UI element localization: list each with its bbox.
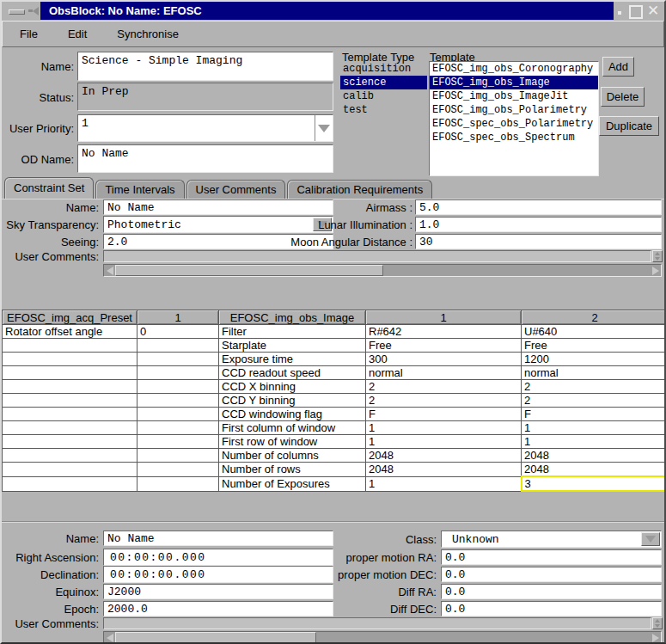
scroll-left-icon[interactable] [104, 265, 115, 276]
table-cell[interactable] [3, 353, 137, 366]
scroll-thumb[interactable] [115, 632, 316, 643]
tab-user-comments[interactable]: User Comments [186, 180, 286, 199]
scroll-left-icon[interactable] [104, 632, 115, 643]
window-pin-icon[interactable] [28, 7, 39, 15]
table-cell[interactable] [137, 408, 219, 421]
ob-priority-combo[interactable]: 1 [77, 114, 333, 142]
table-cell[interactable]: 2 [366, 394, 522, 408]
table-cell[interactable] [3, 380, 137, 394]
template-list[interactable]: EFOSC_img_obs_CoronographyEFOSC_img_obs_… [429, 61, 599, 176]
ob-name-input[interactable]: Science - Simple Imaging [77, 52, 333, 81]
template-item-efosc-spec-obs-polarimetry[interactable]: EFOSC_spec_obs_Polarimetry [430, 117, 598, 131]
table-cell[interactable]: Free [366, 339, 522, 353]
table-cell[interactable]: CCD Y binning [219, 394, 366, 408]
target-diff-ra-input[interactable]: 0.0 [441, 584, 662, 599]
table-cell[interactable]: Starplate [219, 339, 366, 353]
table-cell[interactable] [3, 421, 137, 435]
table-cell[interactable] [137, 449, 219, 463]
template-type-item-acquisition[interactable]: acquisition [340, 62, 427, 76]
add-button[interactable]: Add [602, 57, 634, 77]
title-bar[interactable]: ObsBlock: No Name: EFOSC ✕ [2, 2, 664, 20]
delete-button[interactable]: Delete [601, 87, 645, 107]
table-cell[interactable]: 2048 [366, 449, 522, 463]
table-cell[interactable] [137, 380, 219, 394]
cs-comments-input[interactable] [103, 250, 651, 262]
template-type-list[interactable]: acquisitionsciencecalibtest [340, 62, 427, 175]
table-cell[interactable]: Number of rows [219, 463, 366, 477]
table-cell[interactable] [3, 449, 137, 463]
tab-constraint-set[interactable]: Constraint Set [4, 177, 94, 199]
table-cell[interactable]: Filter [219, 325, 366, 339]
scroll-thumb[interactable] [115, 265, 383, 276]
table-cell[interactable] [3, 366, 137, 380]
table-cell[interactable]: 2048 [522, 449, 666, 463]
menu-item-file[interactable]: File [16, 26, 41, 42]
table-cell[interactable]: F [522, 408, 666, 421]
table-cell[interactable]: 1 [366, 421, 522, 435]
template-type-item-test[interactable]: test [340, 103, 427, 117]
table-cell[interactable]: F [366, 408, 522, 421]
table-cell[interactable] [137, 366, 219, 380]
template-type-item-calib[interactable]: calib [340, 89, 427, 103]
cs-comments-spinner[interactable] [652, 250, 663, 262]
table-cell[interactable]: Exposure time [219, 353, 366, 366]
minimize-button[interactable] [618, 11, 621, 15]
table-cell[interactable]: First column of window [219, 421, 366, 435]
table-cell[interactable] [3, 408, 137, 421]
duplicate-button[interactable]: Duplicate [599, 116, 659, 136]
scroll-right-icon[interactable] [650, 632, 661, 643]
cs-moon-input[interactable]: 30 [415, 234, 662, 249]
table-cell[interactable]: Number of columns [219, 449, 366, 463]
table-cell[interactable] [3, 476, 137, 491]
table-cell[interactable] [137, 353, 219, 366]
cs-lunar-input[interactable]: 1.0 [415, 217, 662, 232]
table-cell[interactable]: 1 [366, 435, 522, 449]
table-cell[interactable] [3, 394, 137, 408]
table-cell[interactable]: CCD readout speed [219, 366, 366, 380]
close-button[interactable]: ✕ [645, 2, 662, 20]
chevron-down-icon[interactable] [641, 532, 660, 546]
table-cell[interactable]: 2 [522, 394, 666, 408]
scroll-right-icon[interactable] [650, 265, 661, 276]
table-cell[interactable]: Rotator offset angle [3, 325, 137, 339]
ob-od-name-input[interactable]: No Name [77, 144, 333, 173]
template-type-item-science[interactable]: science [340, 76, 427, 89]
table-cell[interactable]: 2048 [522, 463, 666, 477]
target-comments-spinner[interactable] [652, 617, 663, 629]
table-cell[interactable]: 1 [366, 476, 522, 491]
template-item-efosc-spec-obs-spectrum[interactable]: EFOSC_spec_obs_Spectrum [430, 131, 598, 144]
table-cell[interactable] [3, 435, 137, 449]
table-cell[interactable] [137, 435, 219, 449]
table-cell[interactable]: CCD X binning [219, 380, 366, 394]
table-cell[interactable]: 2 [522, 380, 666, 394]
target-class-combo[interactable]: Unknown [441, 531, 662, 548]
template-item-efosc-img-obs-coronography[interactable]: EFOSC_img_obs_Coronography [430, 62, 598, 76]
window-menu-icon[interactable] [9, 9, 25, 15]
maximize-button[interactable] [629, 5, 643, 19]
table-cell[interactable] [137, 476, 219, 491]
target-pm-dec-input[interactable]: 0.0 [441, 567, 662, 582]
cs-comments-hscrollbar[interactable] [103, 264, 662, 277]
table-cell[interactable]: R#642 [366, 325, 522, 339]
table-cell[interactable]: CCD windowing flag [219, 408, 366, 421]
table-cell[interactable]: 1 [522, 421, 666, 435]
table-cell[interactable] [137, 463, 219, 477]
table-cell[interactable]: 3 [522, 476, 666, 491]
table-cell[interactable] [3, 463, 137, 477]
table-cell[interactable]: 2048 [366, 463, 522, 477]
table-cell[interactable]: 1 [522, 435, 666, 449]
table-cell[interactable] [137, 339, 219, 353]
target-comments-hscrollbar[interactable] [103, 631, 662, 644]
table-cell[interactable]: Number of Exposures [219, 476, 366, 491]
target-diff-dec-input[interactable]: 0.0 [441, 601, 662, 616]
table-cell[interactable]: 0 [137, 325, 219, 339]
tab-time-intervals[interactable]: Time Intervals [95, 180, 184, 199]
table-cell[interactable] [137, 421, 219, 435]
cs-airmass-input[interactable]: 5.0 [415, 199, 662, 215]
table-cell[interactable]: 300 [366, 353, 522, 366]
table-cell[interactable]: 1200 [522, 353, 666, 366]
template-item-efosc-img-obs-polarimetry[interactable]: EFOSC_img_obs_Polarimetry [430, 103, 598, 117]
template-item-efosc-img-obs-image[interactable]: EFOSC_img_obs_Image [430, 76, 598, 89]
table-cell[interactable] [3, 339, 137, 353]
table-cell[interactable]: Free [522, 339, 666, 353]
